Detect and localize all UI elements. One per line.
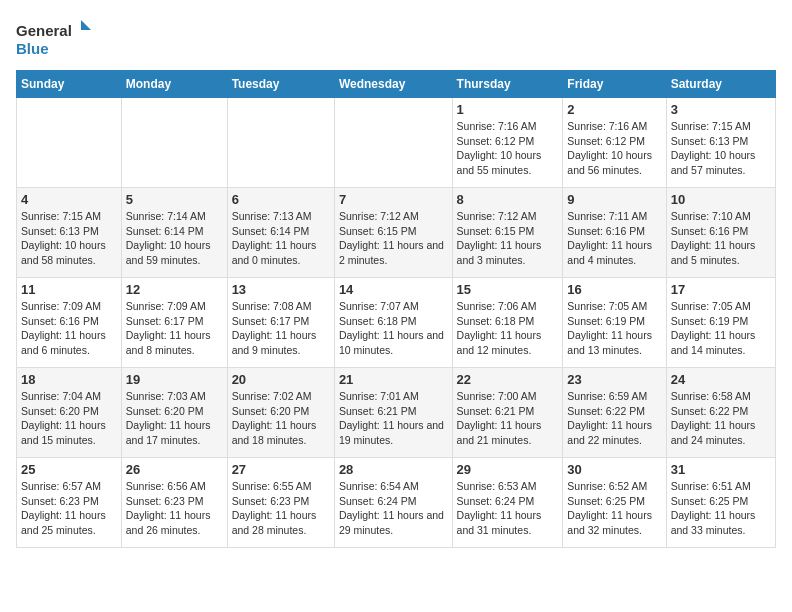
day-info: Sunrise: 7:15 AM Sunset: 6:13 PM Dayligh… <box>21 209 117 268</box>
day-info: Sunrise: 7:08 AM Sunset: 6:17 PM Dayligh… <box>232 299 330 358</box>
day-info: Sunrise: 6:52 AM Sunset: 6:25 PM Dayligh… <box>567 479 661 538</box>
calendar-cell: 8Sunrise: 7:12 AM Sunset: 6:15 PM Daylig… <box>452 188 563 278</box>
calendar-cell: 21Sunrise: 7:01 AM Sunset: 6:21 PM Dayli… <box>334 368 452 458</box>
day-info: Sunrise: 7:07 AM Sunset: 6:18 PM Dayligh… <box>339 299 448 358</box>
calendar-cell: 28Sunrise: 6:54 AM Sunset: 6:24 PM Dayli… <box>334 458 452 548</box>
day-number: 13 <box>232 282 330 297</box>
calendar-cell: 15Sunrise: 7:06 AM Sunset: 6:18 PM Dayli… <box>452 278 563 368</box>
day-info: Sunrise: 6:59 AM Sunset: 6:22 PM Dayligh… <box>567 389 661 448</box>
day-info: Sunrise: 6:57 AM Sunset: 6:23 PM Dayligh… <box>21 479 117 538</box>
calendar-cell: 5Sunrise: 7:14 AM Sunset: 6:14 PM Daylig… <box>121 188 227 278</box>
day-info: Sunrise: 6:53 AM Sunset: 6:24 PM Dayligh… <box>457 479 559 538</box>
calendar-cell: 7Sunrise: 7:12 AM Sunset: 6:15 PM Daylig… <box>334 188 452 278</box>
calendar-week-row: 18Sunrise: 7:04 AM Sunset: 6:20 PM Dayli… <box>17 368 776 458</box>
day-number: 18 <box>21 372 117 387</box>
day-info: Sunrise: 7:12 AM Sunset: 6:15 PM Dayligh… <box>457 209 559 268</box>
day-number: 19 <box>126 372 223 387</box>
logo-svg: General Blue <box>16 16 96 60</box>
day-info: Sunrise: 7:16 AM Sunset: 6:12 PM Dayligh… <box>457 119 559 178</box>
day-info: Sunrise: 7:00 AM Sunset: 6:21 PM Dayligh… <box>457 389 559 448</box>
calendar-cell: 3Sunrise: 7:15 AM Sunset: 6:13 PM Daylig… <box>666 98 775 188</box>
calendar-cell: 11Sunrise: 7:09 AM Sunset: 6:16 PM Dayli… <box>17 278 122 368</box>
day-number: 3 <box>671 102 771 117</box>
day-number: 23 <box>567 372 661 387</box>
weekday-header: Friday <box>563 71 666 98</box>
day-number: 28 <box>339 462 448 477</box>
day-info: Sunrise: 6:54 AM Sunset: 6:24 PM Dayligh… <box>339 479 448 538</box>
day-number: 12 <box>126 282 223 297</box>
day-number: 27 <box>232 462 330 477</box>
day-number: 9 <box>567 192 661 207</box>
day-number: 10 <box>671 192 771 207</box>
calendar-cell: 18Sunrise: 7:04 AM Sunset: 6:20 PM Dayli… <box>17 368 122 458</box>
weekday-header: Thursday <box>452 71 563 98</box>
day-info: Sunrise: 6:55 AM Sunset: 6:23 PM Dayligh… <box>232 479 330 538</box>
day-number: 29 <box>457 462 559 477</box>
calendar-week-row: 25Sunrise: 6:57 AM Sunset: 6:23 PM Dayli… <box>17 458 776 548</box>
calendar-table: SundayMondayTuesdayWednesdayThursdayFrid… <box>16 70 776 548</box>
day-info: Sunrise: 7:06 AM Sunset: 6:18 PM Dayligh… <box>457 299 559 358</box>
day-info: Sunrise: 7:02 AM Sunset: 6:20 PM Dayligh… <box>232 389 330 448</box>
calendar-week-row: 4Sunrise: 7:15 AM Sunset: 6:13 PM Daylig… <box>17 188 776 278</box>
day-number: 5 <box>126 192 223 207</box>
calendar-cell: 31Sunrise: 6:51 AM Sunset: 6:25 PM Dayli… <box>666 458 775 548</box>
day-info: Sunrise: 7:12 AM Sunset: 6:15 PM Dayligh… <box>339 209 448 268</box>
day-info: Sunrise: 7:11 AM Sunset: 6:16 PM Dayligh… <box>567 209 661 268</box>
calendar-cell: 26Sunrise: 6:56 AM Sunset: 6:23 PM Dayli… <box>121 458 227 548</box>
day-number: 17 <box>671 282 771 297</box>
day-number: 14 <box>339 282 448 297</box>
day-number: 20 <box>232 372 330 387</box>
calendar-cell: 25Sunrise: 6:57 AM Sunset: 6:23 PM Dayli… <box>17 458 122 548</box>
day-info: Sunrise: 7:09 AM Sunset: 6:17 PM Dayligh… <box>126 299 223 358</box>
calendar-cell: 22Sunrise: 7:00 AM Sunset: 6:21 PM Dayli… <box>452 368 563 458</box>
weekday-header: Wednesday <box>334 71 452 98</box>
day-number: 22 <box>457 372 559 387</box>
calendar-week-row: 11Sunrise: 7:09 AM Sunset: 6:16 PM Dayli… <box>17 278 776 368</box>
day-number: 1 <box>457 102 559 117</box>
day-info: Sunrise: 7:05 AM Sunset: 6:19 PM Dayligh… <box>671 299 771 358</box>
day-info: Sunrise: 6:51 AM Sunset: 6:25 PM Dayligh… <box>671 479 771 538</box>
day-info: Sunrise: 6:58 AM Sunset: 6:22 PM Dayligh… <box>671 389 771 448</box>
calendar-cell: 2Sunrise: 7:16 AM Sunset: 6:12 PM Daylig… <box>563 98 666 188</box>
day-number: 31 <box>671 462 771 477</box>
calendar-cell: 12Sunrise: 7:09 AM Sunset: 6:17 PM Dayli… <box>121 278 227 368</box>
calendar-cell <box>121 98 227 188</box>
svg-text:Blue: Blue <box>16 40 49 57</box>
calendar-cell: 1Sunrise: 7:16 AM Sunset: 6:12 PM Daylig… <box>452 98 563 188</box>
day-info: Sunrise: 7:05 AM Sunset: 6:19 PM Dayligh… <box>567 299 661 358</box>
logo: General Blue <box>16 16 96 60</box>
day-info: Sunrise: 7:10 AM Sunset: 6:16 PM Dayligh… <box>671 209 771 268</box>
day-number: 30 <box>567 462 661 477</box>
calendar-header: SundayMondayTuesdayWednesdayThursdayFrid… <box>17 71 776 98</box>
calendar-cell: 17Sunrise: 7:05 AM Sunset: 6:19 PM Dayli… <box>666 278 775 368</box>
weekday-header: Sunday <box>17 71 122 98</box>
calendar-cell: 4Sunrise: 7:15 AM Sunset: 6:13 PM Daylig… <box>17 188 122 278</box>
calendar-cell: 9Sunrise: 7:11 AM Sunset: 6:16 PM Daylig… <box>563 188 666 278</box>
day-info: Sunrise: 7:16 AM Sunset: 6:12 PM Dayligh… <box>567 119 661 178</box>
svg-text:General: General <box>16 22 72 39</box>
day-number: 24 <box>671 372 771 387</box>
calendar-cell: 13Sunrise: 7:08 AM Sunset: 6:17 PM Dayli… <box>227 278 334 368</box>
calendar-cell: 20Sunrise: 7:02 AM Sunset: 6:20 PM Dayli… <box>227 368 334 458</box>
day-info: Sunrise: 7:13 AM Sunset: 6:14 PM Dayligh… <box>232 209 330 268</box>
day-number: 16 <box>567 282 661 297</box>
calendar-cell: 16Sunrise: 7:05 AM Sunset: 6:19 PM Dayli… <box>563 278 666 368</box>
calendar-cell: 29Sunrise: 6:53 AM Sunset: 6:24 PM Dayli… <box>452 458 563 548</box>
day-info: Sunrise: 7:04 AM Sunset: 6:20 PM Dayligh… <box>21 389 117 448</box>
calendar-cell <box>334 98 452 188</box>
day-info: Sunrise: 7:14 AM Sunset: 6:14 PM Dayligh… <box>126 209 223 268</box>
page-header: General Blue <box>16 16 776 60</box>
day-number: 25 <box>21 462 117 477</box>
calendar-cell <box>227 98 334 188</box>
day-info: Sunrise: 7:03 AM Sunset: 6:20 PM Dayligh… <box>126 389 223 448</box>
day-info: Sunrise: 7:01 AM Sunset: 6:21 PM Dayligh… <box>339 389 448 448</box>
calendar-cell: 24Sunrise: 6:58 AM Sunset: 6:22 PM Dayli… <box>666 368 775 458</box>
calendar-cell: 23Sunrise: 6:59 AM Sunset: 6:22 PM Dayli… <box>563 368 666 458</box>
calendar-week-row: 1Sunrise: 7:16 AM Sunset: 6:12 PM Daylig… <box>17 98 776 188</box>
day-number: 2 <box>567 102 661 117</box>
calendar-cell: 14Sunrise: 7:07 AM Sunset: 6:18 PM Dayli… <box>334 278 452 368</box>
calendar-cell: 10Sunrise: 7:10 AM Sunset: 6:16 PM Dayli… <box>666 188 775 278</box>
weekday-header: Tuesday <box>227 71 334 98</box>
weekday-header: Monday <box>121 71 227 98</box>
day-info: Sunrise: 7:15 AM Sunset: 6:13 PM Dayligh… <box>671 119 771 178</box>
